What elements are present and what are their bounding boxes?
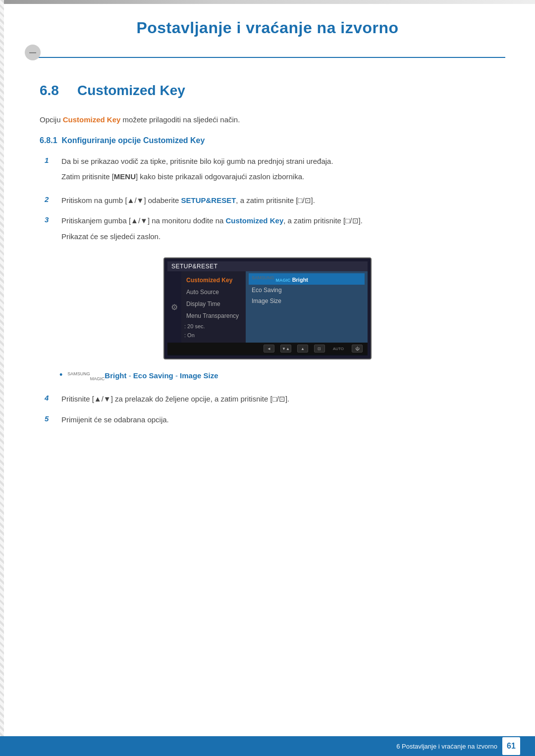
osd-submenu-bright: SAMSUNG MAGIC Bright	[249, 273, 365, 285]
step-5-content: Primijenit će se odabrana opcija.	[61, 413, 495, 426]
intro-highlight: Customized Key	[63, 115, 121, 124]
step-1-number: 1	[45, 155, 54, 164]
eco-link: Eco Saving	[133, 371, 173, 380]
bullet-item-1: • SAMSUNGMAGICBright - Eco Saving - Imag…	[59, 369, 495, 383]
step-2: 2 Pritiskom na gumb [▲/▼] odaberite SETU…	[45, 194, 495, 207]
section-title: Customized Key	[77, 83, 185, 99]
intro-text: Opciju	[40, 115, 63, 124]
step-3-number: 3	[45, 214, 54, 224]
step-3-sub: Prikazat će se sljedeći zaslon.	[61, 230, 495, 243]
customized-key-label: Customized Key	[226, 216, 284, 225]
osd-item-customized: Customized Key	[181, 274, 246, 286]
monitor-btn-1: ◄	[264, 345, 274, 353]
step-5-number: 5	[45, 413, 54, 423]
samsung-sup: SAMSUNG	[67, 371, 90, 376]
monitor-bottom-bar: ◄ ▼▲ ▲ ⊡ AUTO ⏻	[167, 343, 368, 354]
step-3-content: Pritiskanjem gumba [▲/▼] na monitoru dođ…	[61, 214, 495, 246]
osd-value-1: : 20 sec.	[181, 322, 246, 331]
page-header: Postavljanje i vraćanje na izvorno	[30, 4, 505, 58]
step-1: 1 Da bi se prikazao vodič za tipke, prit…	[45, 155, 495, 186]
footer-text: 6 Postavljanje i vraćanje na izvorno	[396, 743, 497, 750]
monitor-btn-2: ▼▲	[280, 345, 291, 353]
osd-menu-area: ⚙ Customized Key Auto Source Display Tim…	[167, 271, 368, 343]
osd-right-submenu: SAMSUNG MAGIC Bright Eco Saving Image Si…	[246, 271, 368, 343]
step-3: 3 Pritiskanjem gumba [▲/▼] na monitoru d…	[45, 214, 495, 246]
steps-list: 1 Da bi se prikazao vodič za tipke, prit…	[45, 155, 495, 246]
monitor-btn-power: ⏻	[352, 345, 363, 353]
osd-item-display-time: Display Time	[181, 298, 246, 310]
step-4: 4 Pritisnite [▲/▼] za prelazak do željen…	[45, 393, 495, 405]
monitor-btn-3: ▲	[297, 345, 308, 353]
step-2-content: Pritiskom na gumb [▲/▼] odaberite SETUP&…	[61, 194, 495, 207]
page-title: Postavljanje i vraćanje na izvorno	[69, 19, 466, 37]
monitor-btn-4: ⊡	[314, 345, 325, 353]
osd-item-auto-source: Auto Source	[181, 286, 246, 298]
monitor-frame: SETUP&RESET ⚙ Customized Key Auto Source…	[163, 257, 372, 359]
osd-left-menu: Customized Key Auto Source Display Time …	[181, 271, 246, 343]
intro-suffix: možete prilagoditi na sljedeći način.	[120, 115, 240, 124]
chapter-marker: —	[25, 45, 41, 60]
step-4-content: Pritisnite [▲/▼] za prelazak do željene …	[61, 393, 495, 405]
magic-sub: MAGIC	[90, 376, 105, 381]
monitor-inner: SETUP&RESET ⚙ Customized Key Auto Source…	[167, 261, 368, 355]
page-footer: 6 Postavljanje i vraćanje na izvorno 61	[0, 736, 535, 756]
step-1-content: Da bi se prikazao vodič za tipke, pritis…	[61, 155, 495, 186]
bullet-dot: •	[59, 370, 62, 379]
samsung-brand-top: SAMSUNG	[252, 275, 274, 280]
step-5: 5 Primijenit će se odabrana opcija.	[45, 413, 495, 426]
image-size-link: Image Size	[180, 371, 218, 380]
left-decorative-stripe	[0, 0, 4, 756]
osd-submenu-eco: Eco Saving	[249, 285, 365, 296]
bright-text: Bright	[292, 277, 308, 283]
separator-2: -	[175, 371, 180, 380]
step-1-text: Da bi se prikazao vodič za tipke, pritis…	[61, 157, 333, 165]
monitor-screenshot: SETUP&RESET ⚙ Customized Key Auto Source…	[40, 257, 495, 359]
step-4-number: 4	[45, 393, 54, 402]
osd-gear-icon: ⚙	[167, 271, 181, 343]
main-content: 6.8 Customized Key Opciju Customized Key…	[0, 58, 535, 473]
step-1-sub: Zatim pritisnite [MENU] kako biste prika…	[61, 170, 495, 183]
osd-title-bar: SETUP&RESET	[167, 261, 368, 271]
subsection-title: Konfiguriranje opcije Customized Key	[61, 136, 205, 145]
bullet-list: • SAMSUNGMAGICBright - Eco Saving - Imag…	[59, 369, 495, 383]
top-stripe	[0, 0, 535, 4]
subsection-number: 6.8.1	[40, 136, 57, 145]
monitor-btn-auto: AUTO	[331, 346, 346, 352]
samsung-brand-bottom: MAGIC	[276, 278, 291, 283]
section-heading: 6.8 Customized Key	[40, 83, 495, 99]
step-2-number: 2	[45, 194, 54, 203]
setup-reset-label: SETUP&RESET	[181, 196, 236, 204]
bullet-content: SAMSUNGMAGICBright - Eco Saving - Image …	[67, 369, 218, 383]
intro-paragraph: Opciju Customized Key možete prilagoditi…	[40, 113, 495, 126]
section-number: 6.8	[40, 83, 69, 99]
osd-submenu-imagesize: Image Size	[249, 296, 365, 306]
separator-1: -	[129, 371, 133, 380]
osd-item-menu-transparency: Menu Transparency	[181, 310, 246, 322]
menu-key: MENU	[114, 172, 136, 181]
footer-page-number: 61	[502, 737, 520, 755]
osd-value-2: : On	[181, 331, 246, 340]
subsection-heading: 6.8.1 Konfiguriranje opcije Customized K…	[40, 136, 495, 145]
bright-link: Bright	[105, 371, 126, 380]
steps-list-2: 4 Pritisnite [▲/▼] za prelazak do željen…	[45, 393, 495, 426]
